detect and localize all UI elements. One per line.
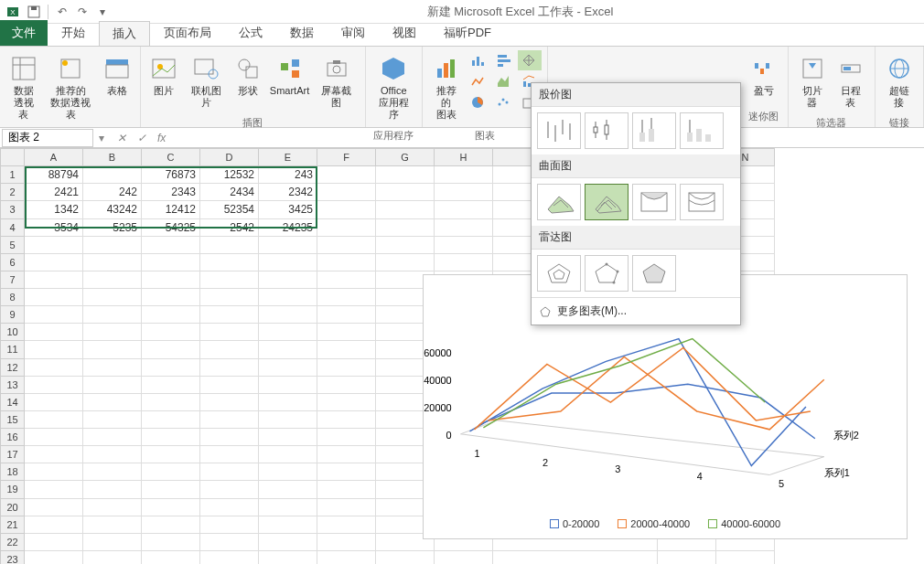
row-header[interactable]: 14 [1,393,25,410]
row-header[interactable]: 18 [1,463,25,481]
col-header-D[interactable]: D [200,149,259,166]
enter-formula-icon[interactable]: ✓ [134,132,150,144]
tab-view[interactable]: 视图 [379,20,430,46]
stock-chart-option-3[interactable] [632,112,676,149]
radar-option-2[interactable] [585,255,629,292]
redo-icon[interactable]: ↷ [74,4,91,20]
tab-data[interactable]: 数据 [276,20,328,46]
cell[interactable]: 2343 [142,184,200,201]
row-header[interactable]: 19 [1,481,25,498]
cell[interactable]: 12532 [200,166,259,184]
row-header[interactable]: 8 [1,289,25,306]
undo-icon[interactable]: ↶ [54,4,70,20]
slicer-button[interactable]: 切片器 [794,50,831,112]
screenshot-button[interactable]: 屏幕截图 [314,50,360,112]
cell[interactable] [317,166,376,184]
cancel-formula-icon[interactable]: ✕ [113,132,130,144]
row-header[interactable]: 7 [1,271,25,288]
cell[interactable] [200,236,259,253]
cell[interactable]: 3534 [25,218,83,236]
cell[interactable]: 88794 [25,166,83,184]
row-header[interactable]: 9 [1,306,25,324]
cell[interactable] [376,218,435,236]
qat-dropdown-icon[interactable]: ▾ [94,4,111,20]
namebox-dropdown-icon[interactable]: ▾ [95,132,108,144]
cell[interactable]: 2434 [200,184,259,201]
picture-button[interactable]: 图片 [146,50,181,101]
row-header[interactable]: 11 [1,341,25,358]
cell[interactable]: 43242 [83,201,142,218]
stock-chart-option-2[interactable] [585,112,629,149]
row-header[interactable]: 22 [1,533,25,550]
cell[interactable]: 2421 [25,184,83,201]
row-header[interactable]: 23 [1,550,25,564]
col-header-F[interactable]: F [317,149,376,166]
recommended-charts-button[interactable]: 推荐的 图表 [428,50,465,125]
stock-chart-option-1[interactable] [537,112,581,149]
col-header-A[interactable]: A [25,149,83,166]
stock-surface-radar-icon[interactable] [518,50,542,70]
hyperlink-button[interactable]: 超链接 [881,50,918,112]
cell[interactable]: 1342 [25,201,83,218]
surface-wireframe-contour-option[interactable] [680,184,724,220]
cell[interactable] [317,184,376,201]
more-charts-button[interactable]: 更多图表(M)... [532,297,740,325]
pie-chart-icon[interactable] [467,92,490,112]
cell[interactable]: 2342 [259,184,317,201]
column-chart-icon[interactable] [467,50,490,70]
col-header-H[interactable]: H [435,149,493,166]
radar-option-3[interactable] [632,255,676,292]
row-header[interactable]: 16 [1,429,25,446]
cell[interactable] [317,218,376,236]
tab-layout[interactable]: 页面布局 [150,20,225,46]
cell[interactable]: 242 [83,184,142,201]
col-header-B[interactable]: B [83,149,142,166]
cell[interactable]: 243 [259,166,317,184]
radar-option-1[interactable] [537,255,581,292]
cell[interactable]: 12412 [142,201,200,218]
surface-wireframe-3d-option[interactable] [585,184,629,220]
tab-foxit[interactable]: 福昕PDF [430,20,505,46]
cell[interactable] [259,236,317,253]
pivot-table-button[interactable]: 数据 透视表 [5,50,41,125]
smartart-button[interactable]: SmartArt [267,50,312,101]
cell[interactable] [376,166,435,184]
row-header[interactable]: 6 [1,253,25,271]
cell[interactable] [83,166,142,184]
line-chart-icon[interactable] [467,71,490,91]
row-header[interactable]: 3 [1,201,25,218]
col-header-C[interactable]: C [142,149,200,166]
scatter-chart-icon[interactable] [492,92,516,112]
cell[interactable]: 52354 [200,201,259,218]
row-header[interactable]: 13 [1,376,25,393]
area-chart-icon[interactable] [492,71,516,91]
shapes-button[interactable]: 形状 [231,50,265,101]
row-header[interactable]: 5 [1,236,25,253]
cell[interactable] [83,236,142,253]
cell[interactable] [435,184,493,201]
cell[interactable] [376,201,435,218]
row-header[interactable]: 1 [1,166,25,184]
row-header[interactable]: 21 [1,516,25,533]
col-header-G[interactable]: G [376,149,435,166]
cell[interactable] [435,201,493,218]
bar-chart-icon[interactable] [492,50,516,70]
surface-3d-option[interactable] [537,184,581,220]
cell[interactable] [317,201,376,218]
tab-formula[interactable]: 公式 [225,20,276,46]
cell[interactable] [25,236,83,253]
cell[interactable] [376,184,435,201]
name-box[interactable] [2,129,93,147]
col-header-E[interactable]: E [259,149,317,166]
surface-contour-option[interactable] [632,184,676,220]
row-header[interactable]: 17 [1,446,25,463]
save-icon[interactable] [26,4,42,20]
row-header[interactable]: 20 [1,498,25,516]
recommended-pivot-button[interactable]: 推荐的 数据透视表 [43,50,98,125]
fx-icon[interactable]: fx [154,132,169,144]
cell[interactable] [435,218,493,236]
timeline-button[interactable]: 日程表 [833,50,869,112]
select-all-corner[interactable] [1,149,25,166]
tab-home[interactable]: 开始 [48,20,99,46]
cell[interactable]: 24235 [259,218,317,236]
